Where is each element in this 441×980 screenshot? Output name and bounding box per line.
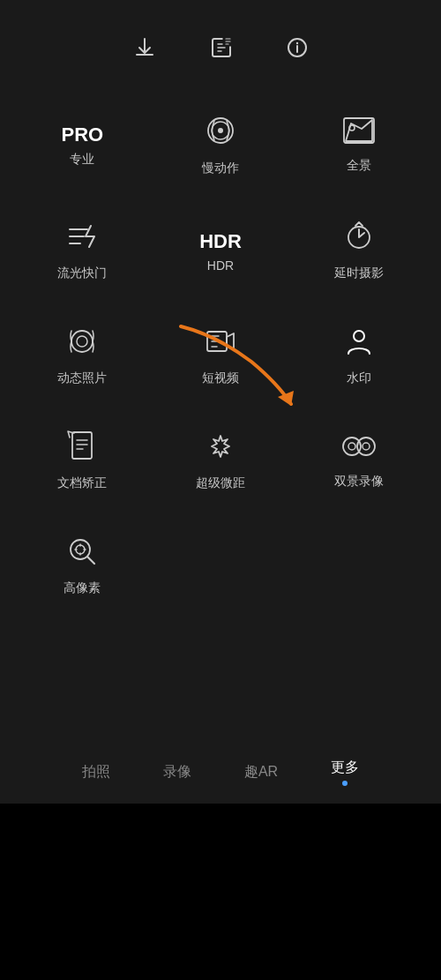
mode-high-res[interactable]: 高像素: [13, 513, 152, 618]
mode-dual-view[interactable]: 双景录像: [289, 408, 428, 513]
mode-row-3: 动态照片 短视频 水印: [13, 303, 428, 408]
dual-view-label: 双景录像: [334, 474, 384, 490]
slowmo-icon: [204, 114, 237, 152]
edit-icon[interactable]: [210, 36, 233, 64]
short-video-label: 短视频: [202, 370, 239, 386]
svg-rect-14: [72, 432, 92, 459]
mode-doc-correct[interactable]: 文档矫正: [13, 408, 152, 513]
live-photo-label: 动态照片: [57, 370, 107, 386]
mode-panorama[interactable]: 全景: [289, 92, 428, 198]
watermark-icon: [343, 325, 375, 362]
hdr-icon-text: HDR: [199, 230, 242, 253]
mode-light[interactable]: 流光快门: [13, 198, 152, 303]
svg-point-11: [77, 336, 87, 347]
super-macro-label: 超级微距: [196, 475, 245, 491]
empty-slot-2: [289, 513, 428, 618]
nav-video[interactable]: 录像: [154, 759, 200, 786]
mode-pro[interactable]: PRO 专业: [13, 92, 152, 198]
slowmo-label: 慢动作: [202, 161, 239, 176]
svg-point-16: [357, 438, 375, 455]
bottom-black-bar: [0, 804, 441, 980]
svg-point-3: [296, 42, 298, 44]
live-photo-icon: [66, 325, 98, 362]
nav-more[interactable]: 更多: [322, 754, 368, 790]
mode-timelapse[interactable]: 延时摄影: [289, 198, 428, 303]
hdr-label: HDR: [207, 258, 234, 273]
svg-point-6: [218, 128, 223, 133]
top-action-bar: [0, 0, 441, 92]
mode-row-4: 文档矫正 超级微距 双景录像: [13, 408, 428, 513]
dual-view-icon: [341, 432, 377, 465]
pro-label: 专业: [70, 152, 94, 168]
nav-photo[interactable]: 拍照: [73, 759, 119, 786]
light-label: 流光快门: [57, 266, 107, 281]
svg-point-13: [354, 331, 364, 341]
timelapse-label: 延时摄影: [334, 266, 384, 281]
high-res-label: 高像素: [64, 580, 101, 596]
mode-slowmo[interactable]: 慢动作: [152, 92, 290, 198]
info-icon[interactable]: [286, 36, 309, 64]
mode-row-2: 流光快门 HDR HDR 延时摄影: [13, 198, 428, 303]
svg-point-18: [363, 443, 370, 450]
svg-point-10: [71, 331, 93, 352]
mode-watermark[interactable]: 水印: [289, 303, 428, 408]
panorama-label: 全景: [347, 158, 371, 174]
mode-row-1: PRO 专业 慢动作: [13, 92, 428, 198]
mode-row-5: 高像素: [13, 513, 428, 618]
nav-ar[interactable]: 趣AR: [235, 759, 287, 786]
pro-icon-text: PRO: [61, 123, 103, 146]
doc-correct-icon: [67, 430, 97, 467]
short-video-icon: [205, 325, 236, 362]
svg-point-15: [343, 438, 361, 455]
doc-correct-label: 文档矫正: [57, 475, 107, 491]
mode-live-photo[interactable]: 动态照片: [13, 303, 152, 408]
watermark-label: 水印: [347, 370, 371, 386]
svg-point-17: [348, 443, 355, 450]
panorama-icon: [342, 116, 376, 149]
empty-slot-1: [152, 513, 290, 618]
download-icon[interactable]: [132, 35, 157, 65]
mode-hdr[interactable]: HDR HDR: [152, 198, 290, 303]
modes-grid: PRO 专业 慢动作: [0, 92, 441, 618]
mode-short-video[interactable]: 短视频: [152, 303, 290, 408]
high-res-icon: [66, 535, 98, 572]
light-icon: [66, 221, 98, 257]
mode-super-macro[interactable]: 超级微距: [152, 408, 290, 513]
timelapse-icon: [343, 221, 375, 257]
bottom-navigation: 拍照 录像 趣AR 更多: [0, 741, 441, 804]
super-macro-icon: [205, 430, 236, 467]
